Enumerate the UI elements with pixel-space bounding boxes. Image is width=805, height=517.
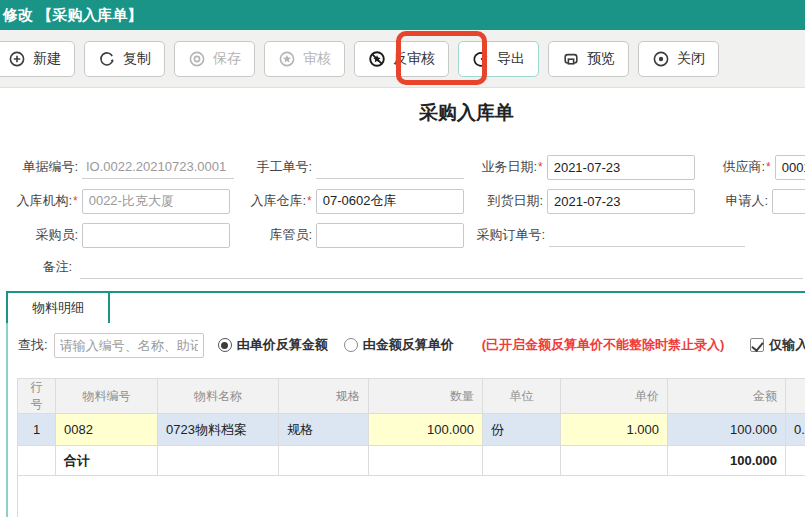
manual-no-input[interactable] <box>316 155 464 179</box>
keeper-input[interactable] <box>316 223 464 248</box>
col-qty: 数量 <box>369 379 483 414</box>
unaudit-button-label: 反审核 <box>393 50 435 68</box>
cell-price[interactable]: 1.000 <box>561 414 668 446</box>
tab-panel-left-border <box>6 291 8 517</box>
cell-qty[interactable]: 100.000 <box>369 414 483 446</box>
warehouse-input[interactable] <box>316 189 464 214</box>
audit-icon <box>278 50 296 68</box>
preview-button[interactable]: 预览 <box>548 41 629 77</box>
preview-icon <box>562 50 580 68</box>
tab-material-detail[interactable]: 物料明细 <box>6 291 110 323</box>
col-item-code: 物料编号 <box>56 379 158 414</box>
rounding-warning-text: (已开启金额反算单价不能整除时禁止录入) <box>482 336 725 354</box>
field-warehouse: 入库仓库:* <box>230 188 464 214</box>
cell-extra: 0. <box>786 414 805 446</box>
required-mark: * <box>73 194 78 208</box>
remark-input[interactable] <box>80 255 803 279</box>
close-icon <box>652 50 670 68</box>
doc-no-label: 单据编号: <box>4 158 78 176</box>
col-unit: 单位 <box>483 379 561 414</box>
export-button[interactable]: 导出 <box>458 41 539 77</box>
radio-price-to-amount[interactable] <box>218 338 232 352</box>
col-line-no: 行号 <box>18 379 56 414</box>
items-grid: 行号 物料编号 物料名称 规格 数量 单位 单价 金额 1 0082 0723物… <box>17 378 805 476</box>
doc-no-input[interactable] <box>82 155 234 179</box>
radio-amount-to-price-label: 由金额反算单价 <box>363 336 454 354</box>
org-label: 入库机构: <box>4 192 72 210</box>
manual-no-label: 手工单号: <box>230 158 312 176</box>
col-item-name: 物料名称 <box>158 379 279 414</box>
close-button-label: 关闭 <box>677 50 705 68</box>
buyer-label: 采购员: <box>4 226 78 244</box>
save-button-label: 保存 <box>213 50 241 68</box>
total-amount: 100.000 <box>668 446 786 476</box>
radio-price-to-amount-label: 由单价反算金额 <box>237 336 328 354</box>
preview-button-label: 预览 <box>587 50 615 68</box>
po-no-label: 采购订单号: <box>455 226 545 244</box>
applicant-input[interactable] <box>772 189 805 214</box>
cell-item-code[interactable]: 0082 <box>56 414 158 446</box>
page-title: 采购入库单 <box>419 100 514 126</box>
save-icon <box>188 50 206 68</box>
supplier-input[interactable] <box>775 155 805 180</box>
org-input[interactable] <box>82 189 230 214</box>
required-only-checkbox-label: 仅输入必 <box>769 336 805 354</box>
grid-toolbar: 查找: 由单价反算金额 由金额反算单价 (已开启金额反算单价不能整除时禁止录入)… <box>18 331 805 359</box>
save-button[interactable]: 保存 <box>174 41 255 77</box>
radio-amount-to-price[interactable] <box>344 338 358 352</box>
unaudit-icon <box>368 50 386 68</box>
field-org: 入库机构:* <box>4 188 230 214</box>
copy-button[interactable]: 复制 <box>84 41 165 77</box>
required-mark: * <box>766 160 771 174</box>
buyer-input[interactable] <box>82 223 230 248</box>
unaudit-button[interactable]: 反审核 <box>354 41 449 77</box>
copy-button-label: 复制 <box>123 50 151 68</box>
biz-date-label: 业务日期: <box>460 158 537 176</box>
field-applicant: 申请人: <box>700 188 805 214</box>
field-manual-no: 手工单号: <box>230 154 464 180</box>
field-arrival-date: 到货日期: <box>460 188 695 214</box>
audit-button[interactable]: 审核 <box>264 41 345 77</box>
col-spec: 规格 <box>279 379 369 414</box>
close-button[interactable]: 关闭 <box>638 41 719 77</box>
new-button[interactable]: 新建 <box>0 41 75 77</box>
required-mark: * <box>538 160 543 174</box>
field-doc-no: 单据编号: <box>4 154 234 180</box>
supplier-label: 供应商: <box>700 158 765 176</box>
cell-line-no: 1 <box>18 414 56 446</box>
new-icon <box>8 50 26 68</box>
grid-header-row: 行号 物料编号 物料名称 规格 数量 单位 单价 金额 <box>18 379 805 414</box>
new-button-label: 新建 <box>33 50 61 68</box>
table-row: 1 0082 0723物料档案 规格 100.000 份 1.000 100.0… <box>18 414 805 446</box>
warehouse-label: 入库仓库: <box>230 192 306 210</box>
col-price: 单价 <box>561 379 668 414</box>
search-label: 查找: <box>18 336 48 354</box>
export-icon <box>472 50 490 68</box>
toolbar: 新建 复制 保存 审核 <box>0 30 805 88</box>
tab-strip-border <box>6 291 805 293</box>
field-buyer: 采购员: <box>4 222 230 248</box>
required-mark: * <box>307 194 312 208</box>
field-biz-date: 业务日期:* <box>460 154 695 180</box>
export-button-label: 导出 <box>497 50 525 68</box>
applicant-label: 申请人: <box>700 192 768 210</box>
col-extra <box>786 379 805 414</box>
grid-left-border <box>17 463 18 517</box>
field-supplier: 供应商:* <box>700 154 805 180</box>
biz-date-input[interactable] <box>547 155 695 180</box>
app-window: 修改 【采购入库单】 新建 复制 保存 <box>0 0 805 517</box>
arrival-date-input[interactable] <box>547 189 695 214</box>
cell-unit[interactable]: 份 <box>483 414 561 446</box>
po-no-input[interactable] <box>549 223 745 247</box>
tab-material-detail-label: 物料明细 <box>32 299 84 317</box>
required-only-checkbox[interactable] <box>750 338 764 352</box>
cell-spec[interactable]: 规格 <box>279 414 369 446</box>
arrival-date-label: 到货日期: <box>460 192 543 210</box>
total-label: 合计 <box>56 446 158 476</box>
cell-item-name[interactable]: 0723物料档案 <box>158 414 279 446</box>
keeper-label: 库管员: <box>230 226 312 244</box>
audit-button-label: 审核 <box>303 50 331 68</box>
search-input[interactable] <box>54 333 204 358</box>
col-amount: 金额 <box>668 379 786 414</box>
total-row: 合计 100.000 <box>18 446 805 476</box>
